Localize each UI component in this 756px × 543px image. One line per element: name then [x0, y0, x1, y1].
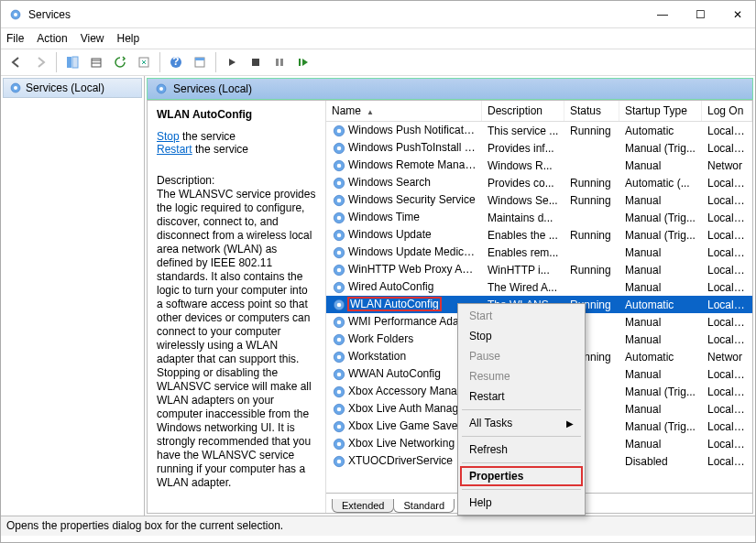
cell-status [564, 165, 619, 167]
cell-name: Windows Remote Manage... [326, 157, 482, 174]
main-content: Services (Local) Services (Local) WLAN A… [1, 76, 755, 516]
table-row[interactable]: Windows Remote Manage...Windows R...Manu… [326, 157, 752, 174]
table-row[interactable]: Windows Update Medic Ser...Enables rem..… [326, 244, 752, 261]
forward-button[interactable] [30, 52, 50, 72]
navigation-tree: Services (Local) [1, 76, 145, 516]
stop-service-link[interactable]: Stop [157, 130, 180, 143]
table-row[interactable]: WinHTTP Web Proxy Auto-...WinHTTP i...Ru… [326, 261, 752, 278]
cell-logon: Local Sy [702, 315, 752, 330]
gear-icon [9, 81, 22, 94]
cell-startup: Manual [619, 193, 702, 208]
tab-extended[interactable]: Extended [332, 499, 394, 513]
start-service-button[interactable] [222, 52, 242, 72]
cell-description: Provides co... [482, 176, 564, 190]
services-app-icon [8, 7, 23, 22]
right-header-label: Services (Local) [173, 82, 252, 95]
cell-status [564, 217, 619, 219]
table-row[interactable]: Windows SearchProvides co...RunningAutom… [326, 174, 752, 191]
svg-rect-10 [252, 59, 259, 66]
cell-startup: Manual [619, 245, 702, 260]
cell-startup: Manual [619, 158, 702, 173]
svg-point-21 [337, 146, 342, 150]
svg-point-39 [337, 302, 342, 307]
cell-startup: Automatic [619, 298, 702, 312]
svg-rect-13 [299, 59, 301, 66]
properties-button[interactable] [190, 52, 210, 72]
column-startup-type[interactable]: Startup Type [619, 101, 702, 121]
cell-startup: Manual (Trig... [619, 419, 702, 434]
ctx-divider [462, 489, 581, 490]
separator [56, 52, 57, 72]
cell-status [564, 287, 619, 288]
menu-action[interactable]: Action [37, 32, 67, 45]
stop-service-button[interactable] [246, 52, 266, 72]
svg-point-47 [337, 372, 342, 376]
cell-name: Windows Update Medic Ser... [326, 244, 482, 261]
svg-point-1 [14, 13, 17, 16]
cell-name: Windows PushToInstall Serv... [326, 140, 482, 157]
ctx-stop[interactable]: Stop [460, 326, 583, 346]
ctx-refresh[interactable]: Refresh [460, 440, 583, 460]
tree-item-services-local[interactable]: Services (Local) [3, 78, 142, 98]
cell-status: Running [564, 176, 619, 190]
svg-point-29 [337, 215, 342, 220]
status-bar: Opens the properties dialog box for the … [1, 516, 755, 536]
right-pane-header: Services (Local) [147, 78, 753, 100]
column-name[interactable]: Name▲ [326, 101, 482, 121]
tool-bar: ? [1, 49, 755, 76]
cell-name: Windows Time [326, 210, 482, 226]
menu-help[interactable]: Help [117, 32, 140, 45]
cell-logon: Local Sy [702, 124, 752, 138]
svg-point-55 [337, 441, 342, 446]
minimize-button[interactable]: — [652, 8, 674, 21]
cell-logon: Local Sy [702, 367, 752, 382]
cell-logon: Local Se [702, 263, 752, 277]
title-bar: Services — ☐ ✕ [1, 1, 755, 28]
table-row[interactable]: Windows PushToInstall Serv...Provides in… [326, 139, 752, 157]
table-row[interactable]: Windows Security ServiceWindows Se...Run… [326, 191, 752, 209]
ctx-help[interactable]: Help [460, 493, 583, 513]
cell-description: The Wired A... [482, 280, 564, 295]
cell-logon: Local Sy [702, 245, 752, 260]
column-headers: Name▲ Description Status Startup Type Lo… [326, 101, 752, 122]
svg-point-33 [337, 250, 342, 255]
ctx-restart[interactable]: Restart [460, 386, 583, 407]
show-hide-tree-button[interactable] [62, 52, 82, 72]
close-button[interactable]: ✕ [728, 8, 748, 21]
refresh-button[interactable] [110, 52, 130, 72]
maximize-button[interactable]: ☐ [690, 8, 711, 21]
cell-startup: Manual [619, 280, 702, 295]
table-row[interactable]: Windows UpdateEnables the ...RunningManu… [326, 226, 752, 244]
menu-file[interactable]: File [6, 32, 24, 45]
column-description[interactable]: Description [482, 101, 564, 121]
pause-service-button[interactable] [269, 52, 290, 72]
help-button[interactable]: ? [166, 52, 186, 72]
back-button[interactable] [6, 52, 27, 72]
tab-standard[interactable]: Standard [393, 499, 455, 513]
cell-logon: Local Sy [702, 193, 752, 208]
svg-point-51 [337, 407, 342, 411]
ctx-properties[interactable]: Properties [460, 466, 583, 486]
export-button[interactable] [134, 52, 154, 72]
menu-view[interactable]: View [81, 32, 104, 45]
cell-startup: Manual [619, 437, 702, 451]
cell-logon: Local Sy [702, 402, 752, 417]
table-row[interactable]: Windows Push Notification...This service… [326, 122, 752, 139]
column-log-on[interactable]: Log On [702, 101, 752, 121]
cell-startup: Manual (Trig... [619, 211, 702, 225]
table-row[interactable]: Wired AutoConfigThe Wired A...ManualLoca… [326, 278, 752, 296]
cell-status [564, 147, 619, 149]
table-row[interactable]: Windows TimeMaintains d...Manual (Trig..… [326, 209, 752, 226]
cell-name: Windows Push Notification... [326, 123, 482, 139]
column-status[interactable]: Status [564, 101, 619, 121]
cell-name: Windows Update [326, 227, 482, 244]
cell-description: Provides inf... [482, 141, 564, 156]
svg-point-31 [337, 233, 342, 237]
restart-service-link[interactable]: Restart [157, 143, 192, 156]
svg-point-19 [337, 128, 342, 133]
stop-suffix: the service [180, 130, 236, 143]
restart-service-button[interactable] [293, 52, 313, 72]
svg-point-53 [337, 424, 342, 429]
export-list-button[interactable] [86, 52, 106, 72]
ctx-all-tasks[interactable]: All Tasks▶ [460, 413, 583, 433]
